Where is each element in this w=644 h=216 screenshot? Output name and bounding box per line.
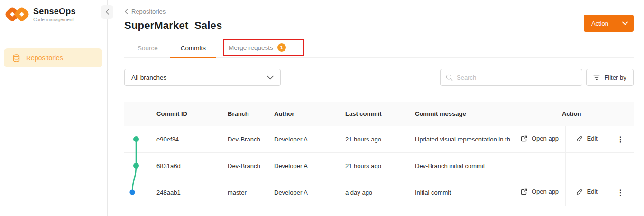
open-app-button[interactable]: Open app: [521, 188, 559, 195]
commit-id: e90ef34: [156, 126, 228, 152]
action-dropdown-toggle[interactable]: [616, 15, 634, 32]
tab-merge-requests[interactable]: Merge requests 1: [218, 38, 296, 57]
app-title: SenseOps: [33, 7, 76, 17]
commit-branch: Dev-Branch: [228, 126, 274, 152]
commit-row: 6831a6d Dev-Branch Developer A 21 hours …: [124, 152, 634, 179]
open-app-button[interactable]: Open app: [521, 135, 559, 142]
breadcrumb-repositories[interactable]: Repositories: [124, 8, 166, 15]
more-cell: ⋮: [607, 126, 634, 152]
action-button-label: Action: [584, 20, 616, 27]
tab-source[interactable]: Source: [127, 40, 168, 57]
col-graph: [124, 102, 156, 126]
sidebar-item-repositories[interactable]: Repositories: [4, 48, 102, 67]
more-actions-button[interactable]: ⋮: [616, 135, 624, 144]
edit-cell: Edit: [565, 126, 607, 152]
col-commit-id: Commit ID: [156, 102, 228, 126]
controls-row: All branches Filter by: [124, 69, 634, 86]
app-subtitle: Code management: [33, 17, 76, 22]
chevron-down-icon: [267, 75, 274, 80]
edit-button[interactable]: Edit: [576, 188, 598, 195]
sidebar: SenseOps Code management Repositories: [0, 0, 108, 216]
col-action: Action: [517, 102, 634, 126]
edit-cell: Edit: [565, 179, 607, 206]
filter-by-label: Filter by: [604, 74, 626, 81]
commit-message: Dev-Branch initial commit: [415, 152, 517, 179]
filter-icon: [593, 75, 600, 80]
commit-message: Initial commit: [415, 179, 517, 206]
table-header-row: Commit ID Branch Author Last commit Comm…: [124, 102, 634, 126]
edit-cell: [565, 152, 607, 179]
pencil-icon: [576, 135, 583, 142]
commit-author: Developer A: [274, 126, 345, 152]
commit-id: 248aab1: [156, 179, 228, 206]
tab-commits[interactable]: Commits: [170, 40, 216, 57]
commits-table: Commit ID Branch Author Last commit Comm…: [124, 102, 634, 206]
chevron-left-icon: [124, 9, 128, 14]
commit-time: 21 hours ago: [345, 126, 415, 152]
senseops-logo-icon: [5, 5, 29, 24]
logo: SenseOps Code management: [0, 0, 107, 24]
search-input[interactable]: [457, 74, 577, 81]
commit-row: 248aab1 master Developer A a day ago Ini…: [124, 179, 634, 206]
chevron-down-icon: [622, 21, 628, 25]
sidebar-item-label: Repositories: [26, 54, 63, 62]
commit-id: 6831a6d: [156, 152, 228, 179]
commit-author: Developer A: [274, 152, 345, 179]
col-commit-message: Commit message: [415, 102, 517, 126]
graph-cell: [124, 179, 156, 206]
more-cell: [607, 152, 634, 179]
more-actions-button[interactable]: ⋮: [616, 188, 624, 197]
commit-time: a day ago: [345, 179, 415, 206]
app-window: SenseOps Code management Repositories: [0, 0, 644, 216]
graph-cell: [124, 126, 156, 152]
database-icon: [12, 54, 20, 62]
edit-label: Edit: [587, 188, 598, 195]
open-app-label: Open app: [532, 188, 559, 195]
col-branch: Branch: [228, 102, 274, 126]
commit-message: Updated visual representation in th: [415, 126, 517, 152]
commit-time: 21 hours ago: [345, 152, 415, 179]
chevron-left-icon: [105, 9, 110, 15]
commits-table-wrap: Commit ID Branch Author Last commit Comm…: [124, 102, 634, 206]
more-cell: ⋮: [607, 179, 634, 206]
action-button[interactable]: Action: [584, 15, 634, 32]
logo-text: SenseOps Code management: [33, 7, 76, 22]
external-link-icon: [521, 188, 527, 195]
tab-merge-requests-label: Merge requests: [229, 44, 273, 51]
commit-branch: Dev-Branch: [228, 152, 274, 179]
merge-requests-count-badge: 1: [277, 43, 286, 52]
branch-filter-select[interactable]: All branches: [124, 69, 281, 86]
page-title: SuperMarket_Sales: [124, 19, 634, 32]
search-box: [440, 69, 582, 86]
branch-filter-value: All branches: [131, 74, 166, 81]
main-panel: Repositories SuperMarket_Sales Action So…: [108, 0, 644, 216]
col-author: Author: [274, 102, 345, 126]
pencil-icon: [576, 188, 583, 195]
edit-label: Edit: [587, 135, 598, 142]
col-last-commit: Last commit: [345, 102, 415, 126]
open-app-cell: [517, 152, 565, 179]
sidebar-collapse-button[interactable]: [101, 5, 113, 19]
open-app-cell: Open app: [517, 179, 565, 206]
commit-author: Developer A: [274, 179, 345, 206]
edit-button[interactable]: Edit: [576, 135, 598, 142]
open-app-cell: Open app: [517, 126, 565, 152]
search-icon: [446, 74, 453, 81]
graph-cell: [124, 152, 156, 179]
tab-bar: Source Commits Merge requests 1: [124, 38, 634, 58]
tab-merge-requests-wrap: Merge requests 1: [218, 38, 298, 57]
commit-row: e90ef34 Dev-Branch Developer A 21 hours …: [124, 126, 634, 152]
open-app-label: Open app: [532, 135, 559, 142]
commit-branch: master: [228, 179, 274, 206]
filter-by-button[interactable]: Filter by: [586, 69, 634, 86]
breadcrumb-label: Repositories: [131, 8, 166, 15]
external-link-icon: [521, 135, 527, 142]
